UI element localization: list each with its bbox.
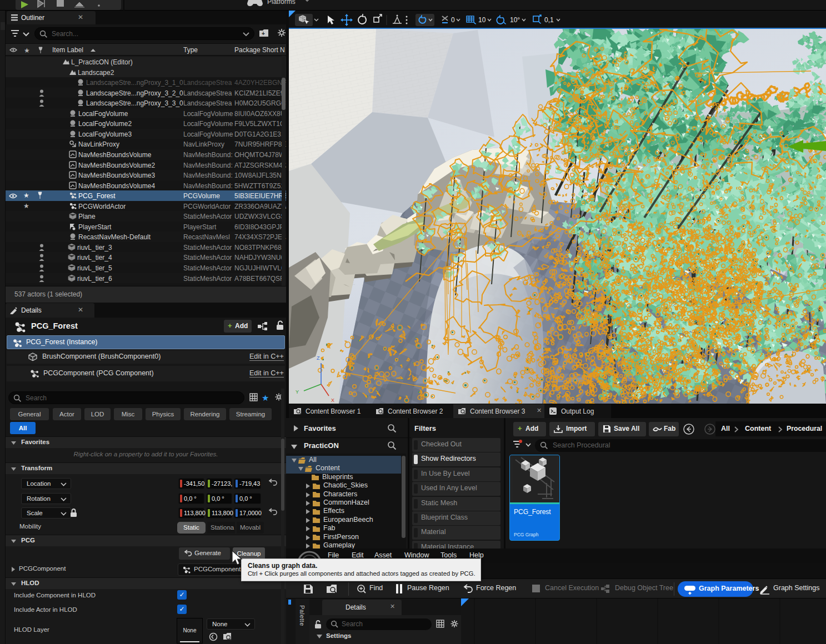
svg-text:X: X: [331, 398, 334, 403]
svg-text:Z: Z: [317, 355, 320, 361]
svg-text:+: +: [262, 31, 265, 37]
svg-text:0: 0: [451, 16, 455, 24]
svg-text:★: ★: [262, 393, 269, 402]
svg-text:★: ★: [24, 47, 30, 54]
svg-text:Y: Y: [296, 389, 299, 395]
svg-text:0,1: 0,1: [544, 16, 554, 24]
svg-text:10°: 10°: [510, 16, 520, 24]
svg-text:Platforms: Platforms: [267, 0, 296, 6]
svg-text:10: 10: [478, 16, 486, 24]
